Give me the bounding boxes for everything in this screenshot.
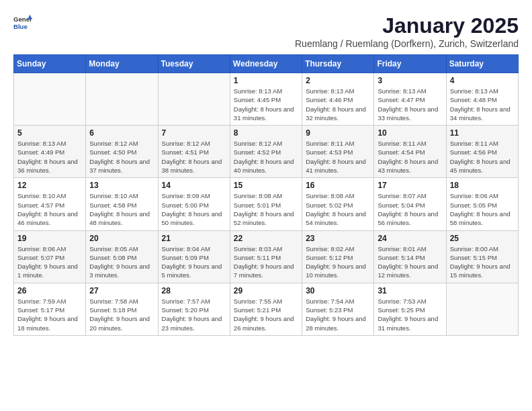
day-info: Sunrise: 8:13 AM Sunset: 4:46 PM Dayligh… <box>306 87 370 122</box>
week-row-4: 26Sunrise: 7:59 AM Sunset: 5:17 PM Dayli… <box>14 283 519 335</box>
day-number: 29 <box>234 286 298 295</box>
day-info: Sunrise: 8:11 AM Sunset: 4:56 PM Dayligh… <box>450 139 515 175</box>
day-number: 19 <box>17 234 82 243</box>
col-wednesday: Wednesday <box>230 55 302 73</box>
calendar-cell: 11Sunrise: 8:11 AM Sunset: 4:56 PM Dayli… <box>446 126 518 178</box>
day-number: 13 <box>89 181 154 190</box>
calendar-cell: 3Sunrise: 8:13 AM Sunset: 4:47 PM Daylig… <box>374 73 446 126</box>
day-number: 1 <box>234 76 298 85</box>
calendar-cell <box>158 73 230 126</box>
day-number: 16 <box>306 181 370 190</box>
day-number: 22 <box>234 234 298 243</box>
day-number: 9 <box>306 128 370 138</box>
calendar-cell: 20Sunrise: 8:05 AM Sunset: 5:08 PM Dayli… <box>86 230 158 283</box>
day-info: Sunrise: 7:59 AM Sunset: 5:17 PM Dayligh… <box>17 297 82 332</box>
week-row-0: 1Sunrise: 8:13 AM Sunset: 4:45 PM Daylig… <box>14 73 519 126</box>
day-number: 11 <box>450 128 515 138</box>
calendar-cell: 9Sunrise: 8:11 AM Sunset: 4:53 PM Daylig… <box>302 126 374 178</box>
day-info: Sunrise: 7:53 AM Sunset: 5:25 PM Dayligh… <box>378 297 442 332</box>
day-info: Sunrise: 8:07 AM Sunset: 5:04 PM Dayligh… <box>378 191 442 227</box>
day-info: Sunrise: 8:13 AM Sunset: 4:45 PM Dayligh… <box>234 87 298 122</box>
col-thursday: Thursday <box>302 55 374 73</box>
calendar-cell: 22Sunrise: 8:03 AM Sunset: 5:11 PM Dayli… <box>230 230 302 283</box>
day-info: Sunrise: 8:03 AM Sunset: 5:11 PM Dayligh… <box>234 244 298 280</box>
calendar-cell: 7Sunrise: 8:12 AM Sunset: 4:51 PM Daylig… <box>158 126 230 178</box>
day-number: 31 <box>378 286 442 295</box>
day-info: Sunrise: 7:57 AM Sunset: 5:20 PM Dayligh… <box>162 297 226 332</box>
calendar-cell: 15Sunrise: 8:08 AM Sunset: 5:01 PM Dayli… <box>230 178 302 230</box>
col-saturday: Saturday <box>446 55 518 73</box>
calendar-cell: 16Sunrise: 8:08 AM Sunset: 5:02 PM Dayli… <box>302 178 374 230</box>
calendar-subtitle: Ruemlang / Ruemlang (Dorfkern), Zurich, … <box>295 38 519 49</box>
day-info: Sunrise: 8:06 AM Sunset: 5:07 PM Dayligh… <box>17 244 82 280</box>
logo-icon: General Blue <box>13 13 32 32</box>
calendar-cell: 14Sunrise: 8:09 AM Sunset: 5:00 PM Dayli… <box>158 178 230 230</box>
day-info: Sunrise: 8:05 AM Sunset: 5:08 PM Dayligh… <box>89 244 154 280</box>
day-number: 3 <box>378 76 442 85</box>
calendar-title: January 2025 <box>295 13 519 38</box>
day-number: 17 <box>378 181 442 190</box>
calendar-cell: 21Sunrise: 8:04 AM Sunset: 5:09 PM Dayli… <box>158 230 230 283</box>
calendar-cell: 24Sunrise: 8:01 AM Sunset: 5:14 PM Dayli… <box>374 230 446 283</box>
day-info: Sunrise: 8:13 AM Sunset: 4:47 PM Dayligh… <box>378 87 442 122</box>
calendar-cell: 4Sunrise: 8:13 AM Sunset: 4:48 PM Daylig… <box>446 73 518 126</box>
day-info: Sunrise: 8:00 AM Sunset: 5:15 PM Dayligh… <box>450 244 515 280</box>
day-info: Sunrise: 8:04 AM Sunset: 5:09 PM Dayligh… <box>162 244 226 280</box>
day-number: 5 <box>17 128 82 138</box>
day-info: Sunrise: 8:02 AM Sunset: 5:12 PM Dayligh… <box>306 244 370 280</box>
day-info: Sunrise: 8:13 AM Sunset: 4:49 PM Dayligh… <box>17 139 82 175</box>
calendar-cell: 17Sunrise: 8:07 AM Sunset: 5:04 PM Dayli… <box>374 178 446 230</box>
calendar-cell: 13Sunrise: 8:10 AM Sunset: 4:58 PM Dayli… <box>86 178 158 230</box>
day-number: 23 <box>306 234 370 243</box>
calendar-cell: 30Sunrise: 7:54 AM Sunset: 5:23 PM Dayli… <box>302 283 374 335</box>
day-info: Sunrise: 8:12 AM Sunset: 4:51 PM Dayligh… <box>162 139 226 175</box>
day-number: 30 <box>306 286 370 295</box>
day-info: Sunrise: 7:54 AM Sunset: 5:23 PM Dayligh… <box>306 297 370 332</box>
day-number: 2 <box>306 76 370 85</box>
logo: General Blue <box>13 13 32 32</box>
col-sunday: Sunday <box>14 55 86 73</box>
day-number: 4 <box>450 76 515 85</box>
day-number: 12 <box>17 181 82 190</box>
calendar-cell: 27Sunrise: 7:58 AM Sunset: 5:18 PM Dayli… <box>86 283 158 335</box>
day-number: 18 <box>450 181 515 190</box>
calendar-cell: 8Sunrise: 8:12 AM Sunset: 4:52 PM Daylig… <box>230 126 302 178</box>
day-info: Sunrise: 7:58 AM Sunset: 5:18 PM Dayligh… <box>89 297 154 332</box>
col-friday: Friday <box>374 55 446 73</box>
calendar-table: Sunday Monday Tuesday Wednesday Thursday… <box>13 54 519 336</box>
calendar-cell <box>86 73 158 126</box>
calendar-cell: 25Sunrise: 8:00 AM Sunset: 5:15 PM Dayli… <box>446 230 518 283</box>
day-info: Sunrise: 8:10 AM Sunset: 4:57 PM Dayligh… <box>17 191 82 227</box>
calendar-cell: 6Sunrise: 8:12 AM Sunset: 4:50 PM Daylig… <box>86 126 158 178</box>
day-info: Sunrise: 8:11 AM Sunset: 4:53 PM Dayligh… <box>306 139 370 175</box>
day-info: Sunrise: 7:55 AM Sunset: 5:21 PM Dayligh… <box>234 297 298 332</box>
calendar-cell <box>14 73 86 126</box>
calendar-cell: 5Sunrise: 8:13 AM Sunset: 4:49 PM Daylig… <box>14 126 86 178</box>
day-info: Sunrise: 8:06 AM Sunset: 5:05 PM Dayligh… <box>450 191 515 227</box>
day-number: 7 <box>162 128 226 138</box>
week-row-3: 19Sunrise: 8:06 AM Sunset: 5:07 PM Dayli… <box>14 230 519 283</box>
calendar-cell: 1Sunrise: 8:13 AM Sunset: 4:45 PM Daylig… <box>230 73 302 126</box>
day-info: Sunrise: 8:12 AM Sunset: 4:50 PM Dayligh… <box>89 139 154 175</box>
day-info: Sunrise: 8:01 AM Sunset: 5:14 PM Dayligh… <box>378 244 442 280</box>
day-number: 20 <box>89 234 154 243</box>
day-number: 10 <box>378 128 442 138</box>
week-row-2: 12Sunrise: 8:10 AM Sunset: 4:57 PM Dayli… <box>14 178 519 230</box>
calendar-cell: 29Sunrise: 7:55 AM Sunset: 5:21 PM Dayli… <box>230 283 302 335</box>
calendar-cell: 19Sunrise: 8:06 AM Sunset: 5:07 PM Dayli… <box>14 230 86 283</box>
day-info: Sunrise: 8:08 AM Sunset: 5:02 PM Dayligh… <box>306 191 370 227</box>
day-info: Sunrise: 8:13 AM Sunset: 4:48 PM Dayligh… <box>450 87 515 122</box>
header-row: Sunday Monday Tuesday Wednesday Thursday… <box>14 55 519 73</box>
day-number: 8 <box>234 128 298 138</box>
col-monday: Monday <box>86 55 158 73</box>
calendar-cell: 23Sunrise: 8:02 AM Sunset: 5:12 PM Dayli… <box>302 230 374 283</box>
day-number: 24 <box>378 234 442 243</box>
day-number: 21 <box>162 234 226 243</box>
day-number: 28 <box>162 286 226 295</box>
day-number: 14 <box>162 181 226 190</box>
svg-text:Blue: Blue <box>13 23 28 30</box>
calendar-cell: 18Sunrise: 8:06 AM Sunset: 5:05 PM Dayli… <box>446 178 518 230</box>
day-info: Sunrise: 8:09 AM Sunset: 5:00 PM Dayligh… <box>162 191 226 227</box>
day-info: Sunrise: 8:12 AM Sunset: 4:52 PM Dayligh… <box>234 139 298 175</box>
calendar-cell: 10Sunrise: 8:11 AM Sunset: 4:54 PM Dayli… <box>374 126 446 178</box>
